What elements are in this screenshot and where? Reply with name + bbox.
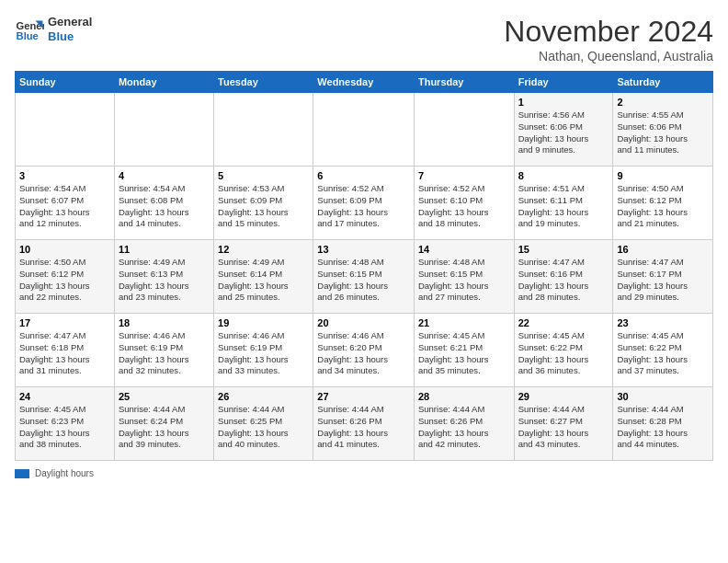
day-number: 28 bbox=[418, 391, 510, 402]
calendar-cell: 22Sunrise: 4:45 AM Sunset: 6:22 PM Dayli… bbox=[514, 314, 613, 387]
calendar-cell: 6Sunrise: 4:52 AM Sunset: 6:09 PM Daylig… bbox=[313, 167, 415, 240]
calendar-cell bbox=[313, 93, 415, 167]
calendar-cell: 15Sunrise: 4:47 AM Sunset: 6:16 PM Dayli… bbox=[514, 240, 613, 314]
day-info: Sunrise: 4:44 AM Sunset: 6:24 PM Dayligh… bbox=[119, 404, 210, 451]
calendar-cell: 25Sunrise: 4:44 AM Sunset: 6:24 PM Dayli… bbox=[114, 387, 213, 461]
day-info: Sunrise: 4:54 AM Sunset: 6:07 PM Dayligh… bbox=[19, 183, 110, 230]
day-info: Sunrise: 4:52 AM Sunset: 6:09 PM Dayligh… bbox=[317, 183, 410, 230]
day-info: Sunrise: 4:50 AM Sunset: 6:12 PM Dayligh… bbox=[617, 183, 709, 230]
day-number: 20 bbox=[317, 317, 410, 328]
day-number: 22 bbox=[518, 317, 609, 328]
page-header: General Blue General Blue November 2024 … bbox=[15, 15, 713, 63]
calendar-cell: 7Sunrise: 4:52 AM Sunset: 6:10 PM Daylig… bbox=[414, 167, 514, 240]
logo-line2: Blue bbox=[48, 29, 92, 44]
day-info: Sunrise: 4:56 AM Sunset: 6:06 PM Dayligh… bbox=[518, 109, 609, 156]
day-number: 10 bbox=[19, 244, 110, 255]
calendar-header-row: SundayMondayTuesdayWednesdayThursdayFrid… bbox=[16, 72, 713, 93]
logo-line1: General bbox=[48, 15, 92, 29]
calendar-cell: 14Sunrise: 4:48 AM Sunset: 6:15 PM Dayli… bbox=[414, 240, 514, 314]
day-number: 5 bbox=[218, 170, 309, 181]
day-info: Sunrise: 4:49 AM Sunset: 6:14 PM Dayligh… bbox=[218, 257, 309, 304]
calendar-cell: 13Sunrise: 4:48 AM Sunset: 6:15 PM Dayli… bbox=[313, 240, 415, 314]
calendar-week-5: 24Sunrise: 4:45 AM Sunset: 6:23 PM Dayli… bbox=[16, 387, 713, 461]
calendar-week-3: 10Sunrise: 4:50 AM Sunset: 6:12 PM Dayli… bbox=[16, 240, 713, 314]
day-number: 2 bbox=[617, 97, 709, 108]
day-number: 15 bbox=[518, 244, 609, 255]
calendar-cell: 21Sunrise: 4:45 AM Sunset: 6:21 PM Dayli… bbox=[414, 314, 514, 387]
day-number: 12 bbox=[218, 244, 309, 255]
day-number: 1 bbox=[518, 97, 609, 108]
day-number: 23 bbox=[617, 317, 709, 328]
day-info: Sunrise: 4:44 AM Sunset: 6:26 PM Dayligh… bbox=[418, 404, 510, 451]
day-number: 25 bbox=[119, 391, 210, 402]
day-number: 26 bbox=[218, 391, 309, 402]
day-info: Sunrise: 4:46 AM Sunset: 6:20 PM Dayligh… bbox=[317, 330, 410, 377]
title-block: November 2024 Nathan, Queensland, Austra… bbox=[504, 15, 713, 63]
day-info: Sunrise: 4:46 AM Sunset: 6:19 PM Dayligh… bbox=[119, 330, 210, 377]
day-info: Sunrise: 4:55 AM Sunset: 6:06 PM Dayligh… bbox=[617, 109, 709, 156]
day-info: Sunrise: 4:46 AM Sunset: 6:19 PM Dayligh… bbox=[218, 330, 309, 377]
logo-icon: General Blue bbox=[15, 15, 44, 44]
day-number: 11 bbox=[119, 244, 210, 255]
header-friday: Friday bbox=[514, 72, 613, 93]
day-number: 19 bbox=[218, 317, 309, 328]
calendar-cell: 19Sunrise: 4:46 AM Sunset: 6:19 PM Dayli… bbox=[214, 314, 313, 387]
day-number: 21 bbox=[418, 317, 510, 328]
calendar-week-4: 17Sunrise: 4:47 AM Sunset: 6:18 PM Dayli… bbox=[16, 314, 713, 387]
day-number: 17 bbox=[19, 317, 110, 328]
calendar-cell: 1Sunrise: 4:56 AM Sunset: 6:06 PM Daylig… bbox=[514, 93, 613, 167]
calendar-week-2: 3Sunrise: 4:54 AM Sunset: 6:07 PM Daylig… bbox=[16, 167, 713, 240]
day-number: 16 bbox=[617, 244, 709, 255]
day-info: Sunrise: 4:52 AM Sunset: 6:10 PM Dayligh… bbox=[418, 183, 510, 230]
header-monday: Monday bbox=[114, 72, 213, 93]
calendar-cell: 23Sunrise: 4:45 AM Sunset: 6:22 PM Dayli… bbox=[613, 314, 713, 387]
calendar-week-1: 1Sunrise: 4:56 AM Sunset: 6:06 PM Daylig… bbox=[16, 93, 713, 167]
day-info: Sunrise: 4:44 AM Sunset: 6:25 PM Dayligh… bbox=[218, 404, 309, 451]
header-saturday: Saturday bbox=[613, 72, 713, 93]
calendar-cell: 8Sunrise: 4:51 AM Sunset: 6:11 PM Daylig… bbox=[514, 167, 613, 240]
legend-label: Daylight hours bbox=[35, 468, 94, 478]
calendar-cell: 18Sunrise: 4:46 AM Sunset: 6:19 PM Dayli… bbox=[114, 314, 213, 387]
day-number: 7 bbox=[418, 170, 510, 181]
day-info: Sunrise: 4:45 AM Sunset: 6:22 PM Dayligh… bbox=[617, 330, 709, 377]
calendar-cell: 3Sunrise: 4:54 AM Sunset: 6:07 PM Daylig… bbox=[16, 167, 115, 240]
location: Nathan, Queensland, Australia bbox=[504, 49, 713, 63]
calendar-cell: 24Sunrise: 4:45 AM Sunset: 6:23 PM Dayli… bbox=[16, 387, 115, 461]
day-number: 6 bbox=[317, 170, 410, 181]
calendar-cell bbox=[414, 93, 514, 167]
legend: Daylight hours bbox=[15, 468, 713, 478]
calendar-cell: 12Sunrise: 4:49 AM Sunset: 6:14 PM Dayli… bbox=[214, 240, 313, 314]
day-info: Sunrise: 4:51 AM Sunset: 6:11 PM Dayligh… bbox=[518, 183, 609, 230]
day-info: Sunrise: 4:48 AM Sunset: 6:15 PM Dayligh… bbox=[317, 257, 410, 304]
calendar-cell: 11Sunrise: 4:49 AM Sunset: 6:13 PM Dayli… bbox=[114, 240, 213, 314]
calendar-cell: 4Sunrise: 4:54 AM Sunset: 6:08 PM Daylig… bbox=[114, 167, 213, 240]
calendar-cell: 20Sunrise: 4:46 AM Sunset: 6:20 PM Dayli… bbox=[313, 314, 415, 387]
calendar-cell: 2Sunrise: 4:55 AM Sunset: 6:06 PM Daylig… bbox=[613, 93, 713, 167]
day-number: 3 bbox=[19, 170, 110, 181]
day-number: 30 bbox=[617, 391, 709, 402]
logo: General Blue General Blue bbox=[15, 15, 92, 44]
day-number: 14 bbox=[418, 244, 510, 255]
day-info: Sunrise: 4:48 AM Sunset: 6:15 PM Dayligh… bbox=[418, 257, 510, 304]
day-info: Sunrise: 4:47 AM Sunset: 6:17 PM Dayligh… bbox=[617, 257, 709, 304]
day-info: Sunrise: 4:54 AM Sunset: 6:08 PM Dayligh… bbox=[119, 183, 210, 230]
calendar-table: SundayMondayTuesdayWednesdayThursdayFrid… bbox=[15, 71, 713, 461]
calendar-cell: 29Sunrise: 4:44 AM Sunset: 6:27 PM Dayli… bbox=[514, 387, 613, 461]
day-info: Sunrise: 4:44 AM Sunset: 6:26 PM Dayligh… bbox=[317, 404, 410, 451]
calendar-cell: 30Sunrise: 4:44 AM Sunset: 6:28 PM Dayli… bbox=[613, 387, 713, 461]
day-number: 29 bbox=[518, 391, 609, 402]
header-wednesday: Wednesday bbox=[313, 72, 415, 93]
calendar-cell: 10Sunrise: 4:50 AM Sunset: 6:12 PM Dayli… bbox=[16, 240, 115, 314]
calendar-cell: 28Sunrise: 4:44 AM Sunset: 6:26 PM Dayli… bbox=[414, 387, 514, 461]
calendar-cell: 17Sunrise: 4:47 AM Sunset: 6:18 PM Dayli… bbox=[16, 314, 115, 387]
day-info: Sunrise: 4:44 AM Sunset: 6:27 PM Dayligh… bbox=[518, 404, 609, 451]
day-number: 4 bbox=[119, 170, 210, 181]
calendar-cell: 5Sunrise: 4:53 AM Sunset: 6:09 PM Daylig… bbox=[214, 167, 313, 240]
day-number: 13 bbox=[317, 244, 410, 255]
day-info: Sunrise: 4:45 AM Sunset: 6:22 PM Dayligh… bbox=[518, 330, 609, 377]
day-info: Sunrise: 4:50 AM Sunset: 6:12 PM Dayligh… bbox=[19, 257, 110, 304]
header-sunday: Sunday bbox=[16, 72, 115, 93]
day-info: Sunrise: 4:44 AM Sunset: 6:28 PM Dayligh… bbox=[617, 404, 709, 451]
day-info: Sunrise: 4:53 AM Sunset: 6:09 PM Dayligh… bbox=[218, 183, 309, 230]
header-thursday: Thursday bbox=[414, 72, 514, 93]
